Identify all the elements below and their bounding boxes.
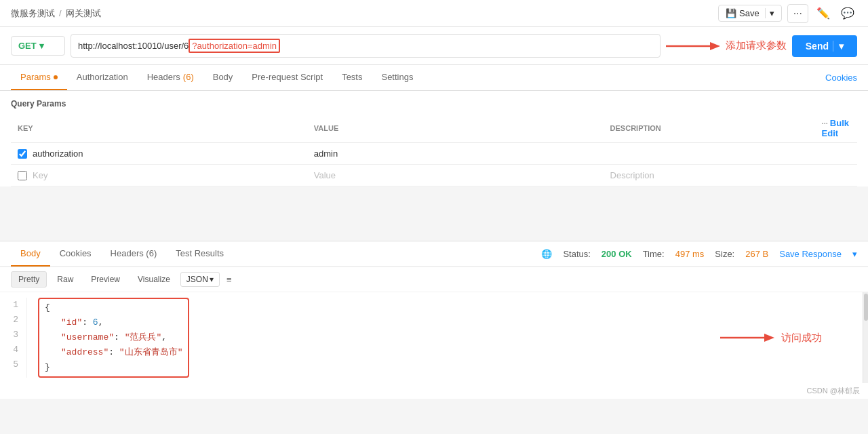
scrollbar[interactable]	[863, 292, 868, 383]
time-value: 497 ms	[675, 249, 705, 259]
code-line-5: }	[45, 360, 182, 375]
code-display-area: 1 2 3 4 5 { "id": 6, "username": "范兵兵", …	[0, 292, 868, 383]
tab-params[interactable]: Params	[11, 65, 67, 90]
fmt-preview-label: Preview	[91, 275, 120, 284]
fmt-raw-label: Raw	[57, 275, 73, 284]
arrow-right-icon	[666, 39, 720, 53]
tab-pre-request-label: Pre-request Script	[252, 72, 323, 82]
param-value-placeholder: Value	[314, 170, 336, 180]
edit-icon-button[interactable]: ✏️	[814, 4, 833, 22]
url-bar: GET ▾ http://localhost:10010/user/6?auth…	[0, 27, 868, 65]
fmt-pretty-label: Pretty	[18, 275, 39, 284]
tab-response-body-label: Body	[20, 248, 41, 258]
cookies-link[interactable]: Cookies	[825, 66, 857, 90]
tab-params-label: Params	[20, 72, 51, 82]
param-value-placeholder-cell[interactable]: Value	[307, 165, 604, 186]
col-desc-header: DESCRIPTION	[604, 114, 815, 143]
breadcrumb-1: 微服务测试	[11, 7, 55, 20]
tab-response-test-results-label: Test Results	[176, 248, 224, 258]
code-with-annotation: 1 2 3 4 5 { "id": 6, "username": "范兵兵", …	[0, 292, 863, 383]
globe-icon: 🌐	[541, 249, 552, 259]
tab-authorization[interactable]: Authorization	[67, 65, 138, 90]
line-num-5: 5	[8, 357, 18, 372]
fmt-visualize[interactable]: Visualize	[130, 271, 178, 288]
code-line-2: "id": 6,	[45, 315, 182, 330]
svg-marker-1	[710, 42, 720, 50]
send-chevron-icon[interactable]: ▾	[833, 41, 844, 52]
json-format-label: JSON	[186, 275, 208, 284]
response-annotation: 访问成功	[720, 331, 822, 344]
comment-icon-button[interactable]: 💬	[838, 4, 857, 22]
fmt-visualize-label: Visualize	[138, 275, 170, 284]
response-tabs: Body Cookies Headers (6) Test Results	[11, 241, 233, 267]
top-bar-actions: 💾 Save ▾ ··· ✏️ 💬	[718, 4, 857, 23]
fmt-pretty[interactable]: Pretty	[11, 271, 47, 288]
size-label: Size:	[715, 249, 734, 259]
line-num-4: 4	[8, 342, 18, 357]
breadcrumb-separator: /	[59, 8, 62, 18]
param-desc-cell	[604, 143, 815, 165]
more-button[interactable]: ···	[787, 4, 808, 23]
tab-response-cookies[interactable]: Cookies	[50, 241, 101, 267]
url-param-highlight: ?authorization=admin	[189, 39, 280, 53]
code-line-1: {	[45, 300, 182, 315]
tab-body[interactable]: Body	[203, 65, 243, 90]
param-key-value: authorization	[33, 149, 83, 159]
fmt-preview[interactable]: Preview	[83, 271, 127, 288]
tab-tests[interactable]: Tests	[332, 65, 372, 90]
save-label: Save	[739, 8, 760, 18]
headers-badge: (6)	[183, 72, 194, 82]
tab-response-test-results[interactable]: Test Results	[166, 241, 233, 267]
format-bar: Pretty Raw Preview Visualize JSON ▾ ≡	[0, 267, 868, 292]
save-response-chevron-icon[interactable]: ▾	[852, 249, 857, 259]
param-action-cell	[815, 143, 857, 165]
tab-pre-request[interactable]: Pre-request Script	[242, 65, 332, 90]
time-label: Time:	[643, 249, 665, 259]
save-button[interactable]: 💾 Save ▾	[718, 5, 782, 22]
params-section: Query Params KEY VALUE DESCRIPTION ··· B…	[0, 91, 868, 186]
response-arrow-icon	[720, 331, 774, 344]
table-row: Key Value Description	[11, 165, 857, 186]
credits: CSDN @林郁辰	[0, 383, 868, 399]
save-icon: 💾	[726, 8, 736, 18]
request-tabs-bar: Params Authorization Headers (6) Body Pr…	[0, 65, 868, 91]
param-desc-placeholder-cell[interactable]: Description	[604, 165, 815, 186]
status-value: 200 OK	[601, 249, 632, 259]
response-tabs-bar: Body Cookies Headers (6) Test Results 🌐 …	[0, 241, 868, 267]
response-meta: 🌐 Status: 200 OK Time: 497 ms Size: 267 …	[541, 249, 857, 259]
param-action-placeholder-cell	[815, 165, 857, 186]
send-button[interactable]: Send ▾	[792, 35, 857, 57]
method-label: GET	[18, 41, 37, 51]
tab-settings[interactable]: Settings	[372, 65, 422, 90]
param-key-placeholder-cell[interactable]: Key	[11, 165, 307, 186]
save-chevron-icon[interactable]: ▾	[765, 8, 774, 18]
param-checkbox[interactable]	[18, 149, 27, 159]
response-section: Body Cookies Headers (6) Test Results 🌐 …	[0, 241, 868, 399]
params-table: KEY VALUE DESCRIPTION ··· Bulk Edit	[11, 114, 857, 186]
tab-response-headers[interactable]: Headers (6)	[101, 241, 167, 267]
url-input[interactable]: http://localhost:10010/user/6?authorizat…	[71, 34, 660, 58]
breadcrumb-2: 网关测试	[66, 7, 101, 20]
svg-marker-3	[764, 334, 774, 342]
line-numbers: 1 2 3 4 5	[0, 298, 27, 378]
tab-headers-label: Headers	[147, 72, 180, 82]
code-line-3: "username": "范兵兵",	[45, 330, 182, 345]
table-more-icon[interactable]: ···	[822, 119, 828, 127]
tab-headers[interactable]: Headers (6)	[138, 65, 203, 90]
method-select[interactable]: GET ▾	[11, 36, 65, 56]
response-annotation-text: 访问成功	[781, 332, 822, 344]
filter-icon[interactable]: ≡	[222, 272, 236, 288]
save-response-button[interactable]: Save Response	[779, 249, 842, 259]
json-format-select[interactable]: JSON ▾	[180, 272, 220, 287]
scrollbar-thumb[interactable]	[864, 294, 868, 321]
col-action-header: ··· Bulk Edit	[815, 114, 857, 143]
status-label: Status:	[563, 249, 590, 259]
breadcrumb: 微服务测试 / 网关测试	[11, 7, 101, 20]
param-key-cell: authorization	[11, 143, 307, 165]
fmt-raw[interactable]: Raw	[50, 271, 81, 288]
tab-response-body[interactable]: Body	[11, 241, 50, 267]
url-annotation-text: 添加请求参数	[726, 39, 787, 52]
request-tabs: Params Authorization Headers (6) Body Pr…	[11, 65, 422, 90]
param-placeholder-checkbox[interactable]	[18, 171, 27, 180]
method-chevron-icon: ▾	[39, 41, 44, 51]
